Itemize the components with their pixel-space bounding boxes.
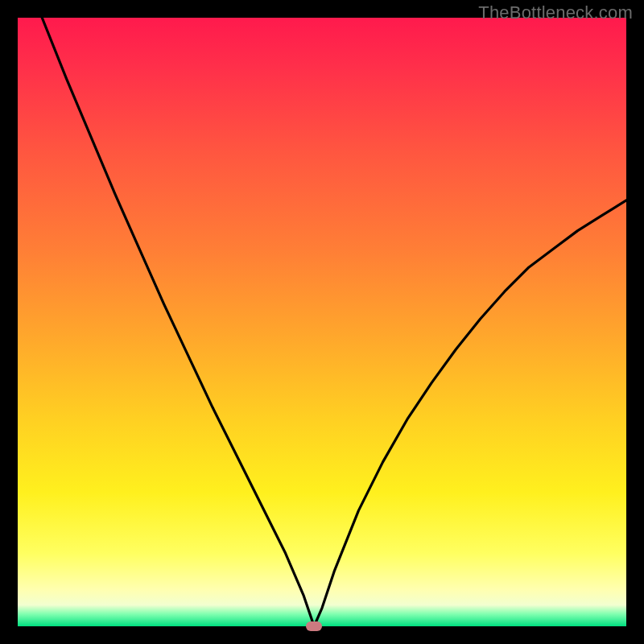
optimum-marker (306, 621, 322, 631)
chart-frame: TheBottleneck.com (0, 0, 644, 644)
watermark-text: TheBottleneck.com (478, 2, 633, 23)
plot-area (18, 18, 626, 626)
